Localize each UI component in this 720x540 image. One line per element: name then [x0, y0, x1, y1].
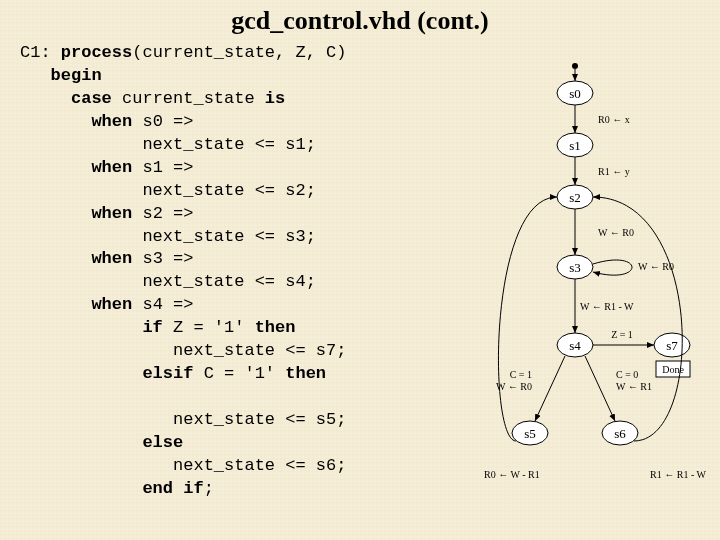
- code-line: [20, 387, 30, 406]
- code-line: when s1 =>: [20, 158, 193, 177]
- code-line: when s0 =>: [20, 112, 193, 131]
- edge-s4-s6-w-label: W ← R1: [616, 381, 652, 392]
- edge-s4-s6-c-label: C = 0: [616, 369, 638, 380]
- page-title: gcd_control.vhd (cont.): [0, 6, 720, 36]
- state-s4-label: s4: [569, 338, 581, 353]
- code-line: case current_state is: [20, 89, 285, 108]
- code-line: next_state <= s6;: [20, 456, 346, 475]
- state-s5-label: s5: [524, 426, 536, 441]
- state-s7-label: s7: [666, 338, 678, 353]
- state-diagram: s0 R0 ← x s1 R1 ← y s2 W ← R0 s3 W ← R1 …: [480, 58, 710, 528]
- code-block: C1: process(current_state, Z, C) begin c…: [20, 42, 490, 501]
- slide: gcd_control.vhd (cont.) C1: process(curr…: [0, 0, 720, 540]
- state-s0-label: s0: [569, 86, 581, 101]
- code-line: next_state <= s4;: [20, 272, 316, 291]
- state-s2-label: s2: [569, 190, 581, 205]
- code-line: next_state <= s2;: [20, 181, 316, 200]
- code-line: else: [20, 433, 183, 452]
- code-line: if Z = '1' then: [20, 318, 295, 337]
- edge-s5-s3-label: R0 ← W - R1: [484, 469, 540, 480]
- edge-s4-s5-w-label: W ← R0: [496, 381, 532, 392]
- code-line: C1: process(current_state, Z, C): [20, 43, 346, 62]
- edge-s4-s7-label: Z = 1: [611, 329, 633, 340]
- edge-s4-s5-c-label: C = 1: [510, 369, 532, 380]
- state-s6-label: s6: [614, 426, 626, 441]
- state-s1-label: s1: [569, 138, 581, 153]
- code-line: when s3 =>: [20, 249, 193, 268]
- code-line: next_state <= s5;: [20, 410, 346, 429]
- edge-s0-s1-label: R0 ← x: [598, 114, 630, 125]
- code-line: next_state <= s1;: [20, 135, 316, 154]
- edge-s2-s3-label: W ← R0: [598, 227, 634, 238]
- code-line: end if;: [20, 479, 214, 498]
- svg-line-6: [535, 356, 565, 421]
- svg-line-7: [585, 356, 615, 421]
- start-dot: [572, 63, 578, 69]
- code-line: next_state <= s7;: [20, 341, 346, 360]
- code-line: when s4 =>: [20, 295, 193, 314]
- code-line: begin: [20, 66, 102, 85]
- edge-s3-s4-label: W ← R1 - W: [580, 301, 634, 312]
- edge-s1-s2-label: R1 ← y: [598, 166, 630, 177]
- code-line: when s2 =>: [20, 204, 193, 223]
- edge-s3-self-label: W ← R0: [638, 261, 674, 272]
- edge-s6-s3-label: R1 ← R1 - W: [650, 469, 706, 480]
- state-s3-label: s3: [569, 260, 581, 275]
- code-line: elsif C = '1' then: [20, 364, 326, 383]
- code-line: next_state <= s3;: [20, 227, 316, 246]
